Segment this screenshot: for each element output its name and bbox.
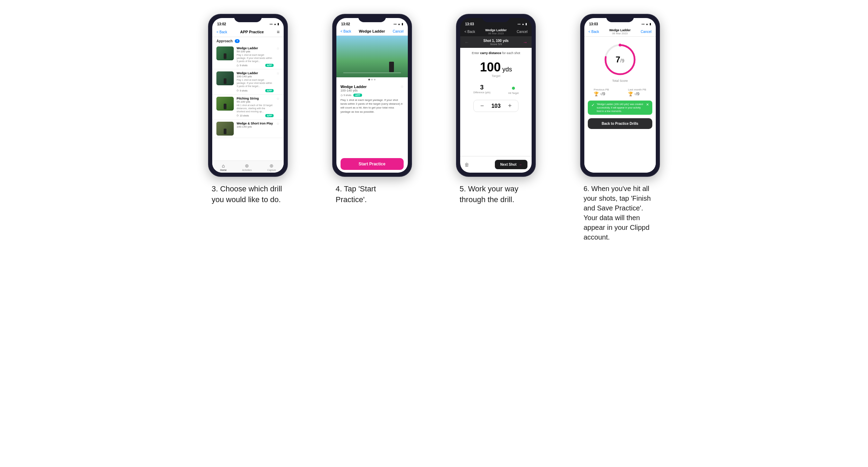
drill-item-3[interactable]: Pitching String 55-100 yds Hit 1 shot at…: [212, 95, 284, 120]
wifi-icon-6: ▲: [646, 23, 648, 26]
back-button-4[interactable]: < Back: [341, 29, 351, 33]
nav-subtitle-6: 06 Mar 2023: [609, 32, 631, 35]
nav-activities[interactable]: ⊕ Activities: [242, 163, 252, 171]
golfer-figure-4: [224, 129, 226, 134]
detail-desc-4: Play 1 shot at each target yardage. If y…: [341, 98, 404, 114]
previous-pb-label: Previous PB: [594, 88, 609, 91]
cancel-button-5[interactable]: Cancel: [517, 30, 527, 34]
detail-drill-name: Wedge Ladder: [341, 85, 367, 89]
activities-label: Activities: [242, 169, 252, 171]
nav-subtitle-5: 06 Mar 2023: [485, 32, 507, 35]
score-ring: 7/9: [603, 42, 637, 77]
toast-close-icon[interactable]: ✕: [646, 103, 649, 106]
drill-thumb-1: [216, 46, 234, 60]
battery-icon-4: ▮: [402, 23, 403, 26]
drill-item-2[interactable]: Wedge Ladder 100-140 yds Play 1 shot at …: [212, 69, 284, 94]
nav-bar-5: < Back Wedge Ladder 06 Mar 2023 Cancel: [460, 28, 532, 37]
back-button-3[interactable]: < Back: [216, 30, 227, 34]
trophy-icon-1: 🏆: [594, 92, 599, 96]
previous-pb-value-row: 🏆 -/9: [594, 91, 609, 96]
decrement-button[interactable]: −: [478, 102, 486, 110]
capture-icon: ⊕: [269, 163, 274, 168]
trophy-icon-2: 🏆: [628, 92, 633, 96]
nav-title-4: Wedge Ladder: [359, 29, 385, 33]
nav-center-6: Wedge Ladder 06 Mar 2023: [609, 28, 631, 35]
nav-title-5: Wedge Ladder: [485, 28, 507, 32]
section-badge-3: 7: [235, 39, 240, 43]
increment-button[interactable]: +: [506, 102, 514, 110]
step-5-desc: 5. Work your way through the drill.: [456, 184, 536, 205]
drill-yards-4: 100-140 yds: [237, 125, 274, 128]
nav-home[interactable]: ⌂ Home: [220, 163, 227, 171]
clock-icon-detail: ◷: [341, 94, 343, 97]
star-icon-4[interactable]: ☆: [276, 122, 280, 126]
app-badge-1: APP: [265, 64, 274, 67]
status-icons-4: ▪▪▪ ▲ ▮: [394, 23, 403, 26]
cancel-button-4[interactable]: Cancel: [393, 29, 404, 33]
wifi-icon-5: ▲: [522, 23, 524, 26]
detail-header-4: Wedge Ladder 100-140 yds ☆: [341, 85, 404, 92]
phone-4-frame: 13:02 ▪▪▪ ▲ ▮ < Back Wedge Ladder Cancel: [332, 14, 412, 177]
dot-3: [374, 79, 376, 80]
battery-icon-5: ▮: [525, 23, 527, 26]
drill-thumb-4: [216, 122, 234, 136]
drill-yards-3: 55-100 yds: [237, 100, 274, 103]
difference-label: Difference (yds): [473, 91, 490, 94]
back-button-5[interactable]: < Back: [464, 30, 475, 34]
drill-item-1[interactable]: Wedge Ladder 50-100 yds Play 1 shot at e…: [212, 44, 284, 69]
last-month-pb-label: Last month PB: [628, 88, 646, 91]
nav-capture[interactable]: ⊕ Capture: [267, 163, 276, 171]
drill-image-2: [216, 71, 234, 85]
drill-meta-2: ◷ 9 shots APP: [237, 89, 274, 92]
next-shot-arrow-icon: →: [518, 163, 522, 166]
next-shot-button[interactable]: Next Shot →: [495, 160, 528, 169]
drill-desc-1: Play 1 shot at each target yardage. If y…: [237, 53, 274, 63]
delete-shot-icon[interactable]: 🗑: [464, 162, 469, 167]
result-row: 3 Difference (yds) ● Hit Target: [464, 84, 527, 94]
menu-icon-3[interactable]: ≡: [277, 29, 280, 35]
score-big: 7: [616, 55, 620, 64]
golfer-large: [389, 62, 394, 72]
drill-info-2: Wedge Ladder 100-140 yds Play 1 shot at …: [237, 71, 274, 92]
drill-name-4: Wedge & Short Iron Play: [237, 122, 274, 125]
score-label: Score 5/9: [483, 43, 509, 46]
yardage-input-value[interactable]: 103: [489, 103, 503, 109]
drill-info-4: Wedge & Short Iron Play 100-140 yds: [237, 122, 274, 128]
phone-6-inner: 13:03 ▪▪▪ ▲ ▮ < Back Wedge Ladder 06 Mar…: [584, 18, 656, 173]
clock-icon-3: ◷: [237, 114, 239, 117]
detail-drill-yards: 100-140 yds: [341, 89, 367, 92]
star-icon-2[interactable]: ☆: [276, 71, 280, 75]
drill-image-1: [216, 46, 234, 60]
drill-image-3: [216, 97, 234, 111]
star-icon-3[interactable]: ☆: [276, 97, 280, 101]
step-3-column: 13:02 ▪▪▪ ▲ ▮ < Back APP Practice ≡ Appr…: [191, 14, 305, 205]
drill-item-4[interactable]: Wedge & Short Iron Play 100-140 yds ☆: [212, 120, 284, 138]
practice-content-5: Enter carry distance for each shot 100 y…: [460, 48, 532, 156]
star-icon-1[interactable]: ☆: [276, 46, 280, 50]
start-practice-button[interactable]: Start Practice: [341, 158, 404, 170]
time-6: 13:03: [589, 22, 598, 26]
last-month-pb-value-row: 🏆 -/9: [628, 91, 646, 96]
shots-count-detail: ◷ 9 shots: [341, 94, 352, 97]
hit-target-icon: ●: [508, 84, 519, 92]
golfer-figure-3: [224, 104, 226, 109]
cancel-button-6[interactable]: Cancel: [641, 30, 652, 34]
notch-3: [234, 15, 262, 22]
back-to-drills-button[interactable]: Back to Practice Drills: [588, 118, 652, 129]
target-yds-value: 100: [480, 60, 501, 74]
target-yds-unit: yds: [502, 66, 512, 73]
next-shot-bar: 🗑 Next Shot →: [460, 156, 532, 173]
back-button-6[interactable]: < Back: [588, 30, 599, 34]
time-4: 13:02: [341, 22, 350, 26]
prev-shot-arrow[interactable]: ←: [464, 40, 469, 45]
notch-4: [358, 15, 386, 22]
nav-center-5: Wedge Ladder 06 Mar 2023: [485, 28, 507, 35]
star-icon-detail[interactable]: ☆: [401, 85, 404, 88]
status-icons-5: ▪▪▪ ▲ ▮: [518, 23, 527, 26]
previous-pb-value: -/9: [600, 91, 605, 96]
hit-target-label: Hit Target: [508, 92, 519, 94]
phone-3-frame: 13:02 ▪▪▪ ▲ ▮ < Back APP Practice ≡ Appr…: [208, 14, 288, 177]
difference-value: 3: [473, 84, 490, 91]
next-shot-arrow[interactable]: →: [523, 40, 527, 45]
wifi-icon: ▲: [274, 23, 276, 26]
